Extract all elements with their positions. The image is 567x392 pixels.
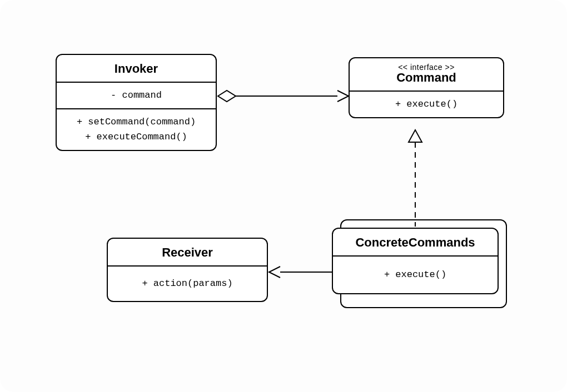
class-methods: + setCommand(command) + executeCommand() <box>57 108 216 150</box>
class-methods: + execute() <box>333 255 498 293</box>
class-title: ConcreteCommands <box>333 229 498 255</box>
uml-class-invoker: Invoker - command + setCommand(command) … <box>56 54 217 151</box>
diagram-canvas: Invoker - command + setCommand(command) … <box>0 0 567 392</box>
class-methods: + action(params) <box>108 265 267 301</box>
relation-concrete-implements-command <box>409 130 422 227</box>
method-line: + executeCommand() <box>61 130 211 144</box>
attr-line: - command <box>61 88 211 103</box>
uml-class-receiver: Receiver + action(params) <box>107 238 268 302</box>
class-title: Invoker <box>57 55 216 82</box>
class-title: Receiver <box>108 239 267 265</box>
uml-interface-command: << interface >> Command + execute() <box>349 57 504 118</box>
class-methods: + execute() <box>350 91 503 117</box>
relation-concrete-uses-receiver <box>269 267 332 278</box>
method-line: + execute() <box>354 97 499 112</box>
class-title: Command <box>350 68 503 91</box>
relation-invoker-aggregates-command <box>218 91 349 102</box>
method-line: + execute() <box>337 268 493 282</box>
class-attributes: - command <box>57 82 216 108</box>
method-line: + setCommand(command) <box>61 115 211 129</box>
uml-class-concrete-commands: ConcreteCommands + execute() <box>332 228 499 294</box>
method-line: + action(params) <box>112 277 262 291</box>
